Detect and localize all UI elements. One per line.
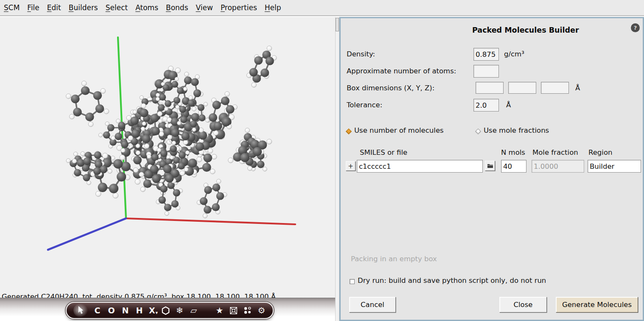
carbon-tool[interactable]: C — [93, 304, 102, 317]
mole-fraction-input — [532, 160, 584, 173]
menu-properties[interactable]: Properties — [217, 1, 261, 14]
menu-view[interactable]: View — [192, 1, 217, 14]
box-y-input[interactable] — [508, 82, 536, 94]
dry-run-checkbox[interactable] — [350, 279, 355, 284]
settings-tool[interactable]: ⚙ — [257, 304, 266, 317]
oxygen-tool[interactable]: O — [107, 304, 116, 317]
tolerance-unit: Å — [506, 101, 511, 109]
cancel-button[interactable]: Cancel — [349, 297, 396, 313]
menu-atoms[interactable]: Atoms — [132, 1, 162, 14]
folder-icon — [487, 163, 493, 168]
menu-help[interactable]: Help — [261, 1, 285, 14]
radio-use-mole-fractions[interactable] — [475, 128, 481, 134]
status-line-1: Generated C240H240, tot. density 0.875 g… — [2, 293, 276, 298]
header-mole-fraction: Mole fraction — [532, 148, 578, 156]
radio-mole-fractions-label[interactable]: Use mole fractions — [484, 126, 549, 134]
density-unit: g/cm³ — [504, 50, 524, 58]
header-region: Region — [588, 148, 613, 156]
region-input[interactable] — [588, 160, 641, 173]
menu-items: SCMFileEditBuildersSelectAtomsBondsViewP… — [0, 1, 285, 14]
application-window: SCMFileEditBuildersSelectAtomsBondsViewP… — [0, 0, 644, 321]
menu-bonds[interactable]: Bonds — [162, 1, 192, 14]
cursor-icon — [78, 306, 84, 315]
header-n-mols: N mols — [501, 148, 525, 156]
dropdown-caret-icon: ▾ — [156, 310, 158, 315]
pane-splitter[interactable] — [335, 17, 339, 321]
ring-tool[interactable] — [161, 304, 170, 317]
box-z-input[interactable] — [541, 82, 569, 94]
benzene-molecule[interactable] — [156, 177, 183, 216]
n-mols-input[interactable] — [501, 160, 526, 173]
favorites-tool[interactable]: ★ — [215, 304, 224, 317]
viewport-3d[interactable] — [0, 17, 335, 298]
crystal-tool[interactable]: ❄ — [175, 304, 184, 317]
box-dimensions-label: Box dimensions (X, Y, Z): — [347, 84, 434, 92]
dry-run-label[interactable]: Dry run: build and save python script on… — [358, 276, 546, 285]
menu-scm[interactable]: SCM — [0, 1, 23, 14]
generate-molecules-button[interactable]: Generate Molecules — [556, 297, 638, 313]
benzene-molecule[interactable] — [66, 81, 109, 127]
hexagon-icon — [161, 306, 170, 315]
periodic-box-icon — [229, 306, 238, 315]
radio-use-number-label[interactable]: Use number of molecules — [354, 126, 444, 134]
browse-file-button[interactable] — [485, 161, 495, 171]
approx-atoms-label: Approximate number of atoms: — [347, 67, 456, 75]
question-mark-icon: ? — [634, 25, 637, 31]
tool-pill: C O N H X ▾ ❄ ▱ ★ — [66, 302, 274, 319]
element-picker-tool[interactable]: X ▾ — [149, 304, 158, 317]
menu-edit[interactable]: Edit — [43, 1, 65, 14]
benzene-molecule[interactable] — [197, 179, 227, 218]
packed-molecules-builder-panel: Packed Molecules Builder ? Density: g/cm… — [339, 17, 644, 321]
menu-file[interactable]: File — [23, 1, 43, 14]
packing-info-text: Packing in an empty box — [351, 255, 437, 263]
bottom-toolbar-area: C O N H X ▾ ❄ ▱ ★ — [0, 298, 335, 321]
density-label: Density: — [347, 50, 375, 58]
molecule-viewer: Generated C240H240, tot. density 0.875 g… — [0, 17, 335, 298]
tolerance-label: Tolerance: — [347, 101, 382, 109]
add-row-button[interactable]: + — [346, 161, 356, 171]
menubar: SCMFileEditBuildersSelectAtomsBondsViewP… — [0, 0, 644, 16]
box-x-input[interactable] — [476, 82, 504, 94]
plane-tool[interactable]: ▱ — [189, 304, 198, 317]
element-x-label: X — [149, 307, 155, 315]
close-button[interactable]: Close — [499, 297, 547, 313]
nitrogen-tool[interactable]: N — [121, 304, 130, 317]
menu-select[interactable]: Select — [102, 1, 132, 14]
density-input[interactable] — [473, 48, 499, 61]
tolerance-input[interactable] — [473, 99, 499, 112]
atoms-dots-icon — [243, 306, 252, 315]
radio-use-number-of-molecules[interactable] — [346, 128, 352, 134]
smiles-input[interactable] — [357, 160, 483, 173]
approx-atoms-input[interactable] — [473, 65, 499, 78]
benzene-molecule[interactable] — [246, 46, 277, 87]
menu-builders[interactable]: Builders — [65, 1, 102, 14]
box-unit: Å — [575, 84, 580, 92]
cell-tool[interactable] — [229, 304, 238, 317]
hydrogen-tool[interactable]: H — [135, 304, 144, 317]
header-smiles: SMILES or file — [360, 148, 407, 156]
splitter-handle[interactable] — [336, 18, 339, 31]
fragments-tool[interactable] — [243, 304, 252, 317]
panel-title: Packed Molecules Builder — [472, 26, 579, 34]
help-button[interactable]: ? — [631, 23, 640, 32]
select-cursor-tool[interactable] — [73, 304, 88, 317]
